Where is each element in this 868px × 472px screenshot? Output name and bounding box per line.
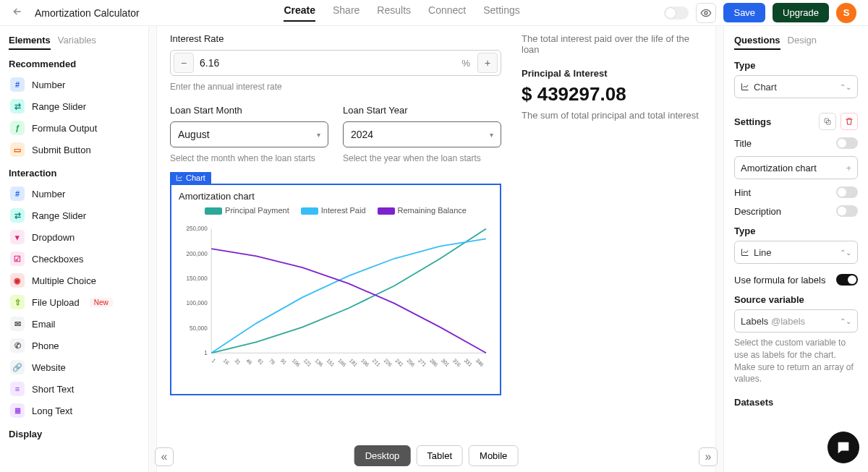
scroll-right-icon[interactable]: » [699,447,718,466]
el-range-slider-2[interactable]: ⇄Range Slider [9,205,140,226]
el-formula-output[interactable]: ƒFormula Output [9,117,140,139]
tab-variables[interactable]: Variables [58,35,96,50]
element-tag-chart: Chart [170,172,211,184]
save-button[interactable]: Save [723,3,765,22]
nav-share[interactable]: Share [333,4,359,22]
minus-icon[interactable]: − [174,53,194,73]
nav-connect[interactable]: Connect [428,4,466,22]
svg-text:316: 316 [451,357,462,368]
chart-title: Amortization chart [179,191,493,202]
svg-text:106: 106 [291,357,302,368]
el-website[interactable]: 🔗Website [9,356,140,378]
svg-text:250,000: 250,000 [186,226,208,232]
scroll-left-icon[interactable]: « [155,447,174,466]
back-icon[interactable] [12,6,23,20]
svg-text:286: 286 [428,357,439,368]
label-interest-rate: Interest Rate [170,33,501,44]
select-loan-year[interactable]: 2024 ▾ [343,121,501,147]
avatar[interactable]: S [836,3,856,23]
label-settings: Settings [734,116,771,127]
nav-results[interactable]: Results [377,4,411,22]
duplicate-icon[interactable] [819,113,836,130]
svg-text:166: 166 [336,357,347,368]
el-number-2[interactable]: #Number [9,183,140,205]
svg-text:61: 61 [256,357,265,366]
label-datasets: Datasets [734,397,858,408]
label-type: Type [734,60,858,71]
svg-text:121: 121 [302,357,313,368]
intercom-icon[interactable] [827,432,859,463]
device-tablet[interactable]: Tablet [416,445,463,466]
select-source-variable[interactable]: Labels @labels ⌃⌄ [734,309,858,332]
nav-settings[interactable]: Settings [483,4,520,22]
svg-text:136: 136 [314,357,325,368]
pi-amount: $ 439297.08 [522,83,702,106]
select-loan-month[interactable]: August ▾ [170,121,328,147]
new-badge: New [90,298,113,307]
upgrade-button[interactable]: Upgrade [773,3,829,22]
tab-questions[interactable]: Questions [734,35,780,50]
chart-element[interactable]: Chart Amortization chart Principal Payme… [170,184,501,395]
el-phone[interactable]: ✆Phone [9,335,140,356]
chevron-down-icon: ▾ [317,131,320,139]
el-checkboxes[interactable]: ☑Checkboxes [9,248,140,270]
properties-panel: Questions Design Type Chart ⌃⌄ Settings … [723,26,868,472]
publish-toggle[interactable] [664,7,689,20]
chart-plot: 150,000100,000150,000200,000250,00011631… [179,218,493,384]
section-display: Display [9,429,140,439]
help-loan-month: Select the month when the loan starts [170,153,328,163]
el-dropdown[interactable]: ▾Dropdown [9,226,140,248]
el-long-text[interactable]: ≣Long Text [9,400,140,421]
svg-text:256: 256 [406,357,417,368]
svg-text:181: 181 [348,357,359,368]
pi-desc: The sum of total principal and total int… [522,110,702,121]
nav-create[interactable]: Create [284,4,315,22]
svg-text:151: 151 [325,357,336,368]
pi-label: Principal & Interest [522,68,702,79]
svg-text:211: 211 [371,357,382,368]
svg-text:301: 301 [440,357,451,368]
svg-text:1: 1 [210,357,217,364]
toggle-formula-labels[interactable] [836,274,858,286]
toggle-description[interactable] [836,205,858,217]
svg-text:31: 31 [234,357,242,366]
toggle-hint[interactable] [836,186,858,198]
help-loan-year: Select the year when the loan starts [343,153,501,163]
el-multiple-choice[interactable]: ◉Multiple Choice [9,270,140,291]
delete-icon[interactable] [841,113,858,130]
help-source-variable: Select the custom variable to use as lab… [734,337,858,385]
svg-text:150,000: 150,000 [186,275,208,282]
interest-rate-value: 6.16 [197,57,461,69]
el-file-upload[interactable]: ⇧File UploadNew [9,291,140,313]
select-element-type[interactable]: Chart ⌃⌄ [734,75,858,98]
svg-text:1: 1 [204,350,208,356]
label-description: Description [734,206,781,217]
label-type-2: Type [734,226,858,236]
plus-icon[interactable]: + [477,53,498,73]
select-chart-type[interactable]: Line ⌃⌄ [734,241,858,264]
tab-elements[interactable]: Elements [9,35,51,50]
svg-text:226: 226 [383,357,393,368]
tab-design[interactable]: Design [788,35,817,50]
section-interaction: Interaction [9,168,140,179]
svg-text:50,000: 50,000 [190,325,208,332]
device-mobile[interactable]: Mobile [469,445,518,466]
elements-sidebar: Elements Variables Recommended #Number ⇄… [0,26,149,472]
chart-legend: Principal Payment Interest Paid Remainin… [179,206,493,215]
el-submit-button[interactable]: ▭Submit Button [9,139,140,160]
input-interest-rate[interactable]: − 6.16 % + [170,50,501,76]
device-desktop[interactable]: Desktop [354,445,411,466]
svg-text:331: 331 [463,357,474,368]
preview-icon[interactable] [696,3,716,23]
label-title: Title [734,138,752,149]
input-title[interactable]: Amortization chart+ [734,156,858,179]
interest-paid-desc: The total interest paid over the life of… [522,33,702,55]
el-email[interactable]: ✉Email [9,313,140,335]
svg-point-0 [705,12,707,14]
svg-text:76: 76 [268,357,276,366]
el-range-slider[interactable]: ⇄Range Slider [9,95,140,117]
toggle-title[interactable] [836,137,858,149]
el-number[interactable]: #Number [9,74,140,95]
el-short-text[interactable]: ≡Short Text [9,378,140,400]
svg-text:100,000: 100,000 [186,300,208,306]
